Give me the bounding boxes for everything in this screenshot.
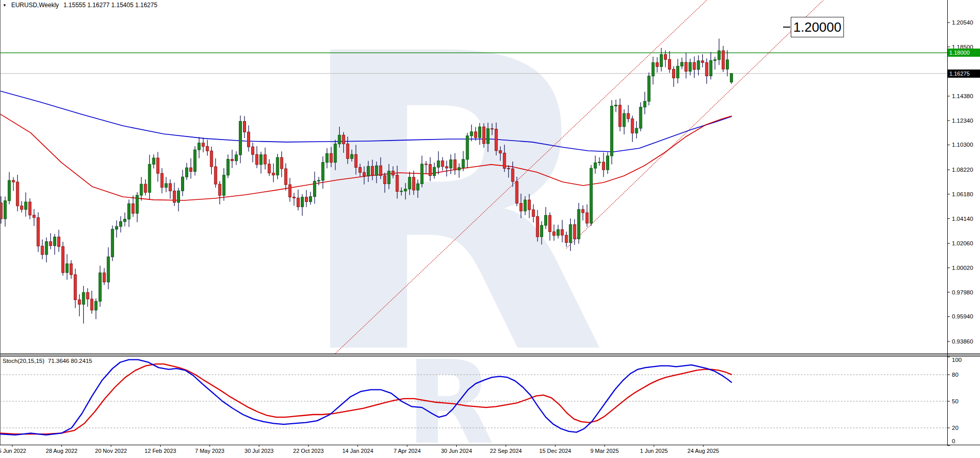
candle-down [371, 166, 374, 175]
candle-up [615, 105, 617, 106]
candle-down [507, 168, 510, 169]
candle-up [198, 143, 201, 150]
candle-up [660, 55, 662, 67]
candle-up [53, 237, 56, 246]
candle-down [20, 206, 23, 210]
candle-down [272, 173, 275, 175]
indicator-name: Stoch(20,15,15) [3, 358, 44, 364]
candle-up [466, 136, 469, 159]
candle-up [222, 175, 225, 196]
candle-up [689, 62, 692, 71]
candle-down [516, 181, 518, 203]
candle-up [718, 51, 720, 60]
candle-down [91, 299, 93, 310]
candle-down [656, 63, 658, 67]
chart-window[interactable]: RR1.205401.185001.143801.123401.103001.0… [0, 0, 980, 458]
candle-down [297, 198, 299, 207]
candle-down [354, 154, 357, 167]
date-axis-label: 15 Dec 2024 [539, 448, 571, 454]
candle-up [590, 168, 592, 223]
candle-down [218, 184, 221, 195]
candle-down [705, 62, 708, 76]
candle-up [598, 162, 600, 163]
candle-up [314, 181, 316, 196]
level-price-tag-green[interactable]: 1.18000 [948, 49, 980, 57]
ohlc-quote-label: 1.15555 1.16277 1.15405 1.16275 [63, 2, 158, 9]
candle-down [553, 232, 555, 235]
candle-down [330, 153, 332, 162]
price-axis-label: 1.20540 [952, 19, 973, 26]
candle-up [470, 132, 473, 136]
date-axis-label: 20 Nov 2022 [95, 448, 127, 454]
candle-up [697, 61, 700, 70]
candle-down [664, 55, 666, 60]
candle-up [730, 74, 733, 82]
current-price-tag: 1.16275 [948, 70, 980, 78]
collapse-triangle-icon[interactable]: ▼ [3, 3, 7, 8]
candle-up [177, 191, 180, 202]
candle-down [293, 197, 295, 198]
candle-down [392, 171, 394, 175]
candle-down [693, 62, 696, 70]
candle-down [573, 224, 576, 239]
candle-down [231, 159, 233, 161]
stoch-axis-label: 50 [952, 398, 959, 404]
candle-up [714, 60, 716, 61]
date-axis-label: 1 Jun 2025 [640, 448, 667, 454]
candle-down [280, 157, 283, 169]
candle-down [202, 143, 205, 147]
price-axis-label: 1.06180 [952, 191, 973, 197]
candle-down [284, 169, 287, 185]
candle-up [375, 166, 378, 175]
candle-up [487, 129, 489, 144]
candle-down [380, 166, 382, 175]
candle-down [631, 119, 634, 133]
candle-down [57, 237, 60, 247]
stochastic-label: Stoch(20,15,15) 71.3646 80.2415 [3, 358, 92, 364]
candle-down [346, 144, 349, 158]
candle-up [639, 107, 642, 128]
date-axis-label: 22 Sep 2024 [490, 448, 522, 454]
price-axis-label: 1.00020 [952, 265, 973, 271]
candle-down [532, 210, 534, 216]
candle-down [495, 129, 498, 151]
candle-down [491, 129, 494, 129]
candle-up [408, 177, 411, 189]
annotation-tick [783, 27, 790, 28]
candle-down [144, 184, 147, 192]
candle-down [252, 147, 254, 154]
price-axis-label: 1.10300 [952, 142, 973, 148]
indicator-values: 71.3646 80.2415 [48, 358, 92, 364]
candle-up [260, 155, 262, 165]
candle-down [582, 210, 584, 213]
candle-up [458, 168, 460, 170]
candle-up [462, 159, 464, 168]
candle-down [602, 162, 605, 170]
date-axis-label: 9 Mar 2025 [590, 448, 619, 454]
candle-up [437, 161, 440, 168]
candle-down [586, 213, 588, 223]
candle-up [652, 63, 654, 76]
date-axis-label: 22 Oct 2023 [293, 448, 324, 454]
date-axis-label: 30 Jun 2024 [441, 448, 472, 454]
price-axis-label: 0.93860 [952, 338, 973, 345]
candle-up [235, 155, 237, 161]
candle-up [165, 184, 167, 187]
stoch-axis-label: 80 [952, 372, 959, 378]
price-annotation-label[interactable]: 1.20000 [791, 17, 844, 37]
candle-down [454, 159, 456, 170]
candle-up [524, 200, 526, 211]
candle-up [478, 127, 481, 138]
candle-down [103, 273, 105, 282]
candle-up [709, 60, 712, 76]
candle-down [446, 167, 448, 168]
price-axis-label: 1.02060 [952, 240, 973, 246]
candle-up [82, 292, 85, 304]
candle-down [384, 176, 386, 184]
candle-up [404, 189, 407, 191]
price-chart-svg[interactable]: RR1.205401.185001.143801.123401.103001.0… [0, 0, 980, 458]
candle-up [148, 164, 151, 192]
candle-down [33, 215, 35, 218]
candle-down [62, 246, 64, 272]
candle-up [338, 135, 341, 144]
